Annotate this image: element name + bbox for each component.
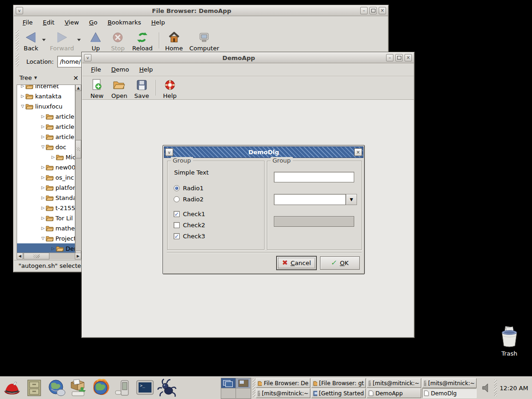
expander-icon[interactable]: ▷ [40,175,46,180]
combo-box[interactable]: ▼ [274,194,357,205]
help-button[interactable]: Help [159,76,181,101]
task-button-file-browser-de[interactable]: File Browser: De [256,378,310,388]
workspace-3[interactable] [221,388,236,398]
menu-file[interactable]: File [87,65,105,74]
tree-item[interactable]: ▷internet [17,85,75,91]
demoapp-titlebar[interactable]: v DemoApp – × [82,53,414,63]
close-icon[interactable]: × [354,148,362,156]
menu-help[interactable]: Help [147,18,169,27]
menu-view[interactable]: View [60,18,83,27]
tree-item[interactable]: ▷article [17,111,75,121]
expander-icon[interactable]: ▷ [40,185,46,190]
web-browser-icon[interactable] [46,378,66,398]
speaker-icon[interactable] [481,382,491,395]
tree-item[interactable]: ▽doc [17,142,75,152]
forward-button[interactable]: Forward [47,29,77,54]
maximize-icon[interactable] [395,54,403,61]
menu-file[interactable]: File [18,18,37,27]
side-pane-selector[interactable]: Tree [19,74,32,81]
cancel-button[interactable]: ✖ Cancel [277,256,316,270]
expander-icon[interactable]: ▽ [40,145,46,149]
expander-icon[interactable]: ▷ [40,206,46,210]
workspace-1[interactable] [221,378,236,388]
tree-item[interactable]: ▷platfor [17,182,75,193]
tree-item[interactable]: ▽Projects [17,233,75,243]
task-button-demoapp[interactable]: DemoApp [367,388,421,398]
workspace-2[interactable] [236,378,250,388]
handheld-icon[interactable] [113,378,133,398]
tree-item[interactable]: ▷Demo [17,243,75,254]
new-button[interactable]: New [86,76,108,101]
task-button--getting-started[interactable]: [Getting Started [311,388,366,398]
up-button[interactable]: Up [85,29,107,54]
radio2[interactable]: Radio2 [174,196,204,203]
expander-icon[interactable]: ▷ [40,195,46,200]
open-button[interactable]: Open [108,76,131,101]
toolbar-handle[interactable] [16,30,19,51]
check1[interactable]: ✓ Check1 [174,211,205,218]
expander-icon[interactable]: ▷ [40,226,46,230]
tree-item[interactable]: ▷new00 [17,162,75,172]
web-fire-icon[interactable] [91,378,111,398]
tree-item[interactable]: ▷article [17,121,75,132]
clock-handle[interactable] [494,380,497,396]
minimize-icon[interactable]: – [360,7,368,14]
file-cabinet-icon[interactable] [24,378,44,398]
tree-item[interactable]: ▷Standa [17,193,75,203]
back-dropdown-icon[interactable] [42,39,46,41]
tree-item[interactable]: ▷os_inc [17,172,75,182]
task-button--file-browser-gt[interactable]: [File Browser: gt [311,378,366,388]
close-icon[interactable]: × [405,54,412,61]
expander-icon[interactable]: ▽ [20,104,25,109]
tree-item[interactable]: ▷Tor Lil [17,213,75,223]
menu-help[interactable]: Help [135,65,157,74]
tree-vscrollbar[interactable]: ▲ ▼ [75,85,81,257]
redhat-menu-icon[interactable] [2,378,22,398]
trash-icon[interactable]: Trash [495,326,524,357]
terminal-icon[interactable]: >_ [135,378,155,398]
window-menu-icon[interactable]: v [84,54,91,61]
combo-entry[interactable] [274,194,346,205]
menu-demo[interactable]: Demo [107,65,133,74]
expander-icon[interactable]: ▽ [40,236,46,241]
task-button--mits-mitnick-[interactable]: [mits@mitnick:~ [422,378,477,388]
tree-item[interactable]: ▷mathe [17,223,75,233]
window-list-handle[interactable] [253,379,255,397]
text-entry[interactable] [274,172,354,182]
ok-button[interactable]: ✓ OK [320,256,360,270]
task-button--mits-mitnick-[interactable]: [mits@mitnick:~ [367,378,421,388]
file-browser-titlebar[interactable]: v File Browser: DemoApp – × [14,6,388,16]
expander-icon[interactable]: ▷ [40,216,46,220]
back-button[interactable]: Back [20,29,42,54]
combo-arrow-icon[interactable]: ▼ [346,194,357,205]
radio1[interactable]: Radio1 [174,185,204,192]
home-button[interactable]: Home [162,29,186,54]
mail-icon[interactable] [68,378,89,398]
check2[interactable]: Check2 [174,222,205,229]
check3[interactable]: ✓ Check3 [174,233,205,240]
tree-item[interactable]: ▷Mic [17,152,75,162]
expander-icon[interactable]: ▷ [50,246,56,251]
task-button--mits-mitnick-[interactable]: [mits@mitnick:~ [256,388,310,398]
window-menu-icon[interactable]: v [165,148,173,156]
tree-item[interactable]: ▽linuxfocu [17,101,75,111]
reload-button[interactable]: Reload [129,29,156,54]
tree-item[interactable]: ▷t-2155 [17,203,75,213]
menu-go[interactable]: Go [85,18,102,27]
spider-icon[interactable] [157,378,177,398]
location-handle[interactable] [16,54,19,66]
expander-icon[interactable]: ▷ [20,94,25,98]
tree-hscrollbar[interactable]: ◀ ▶ [17,253,81,260]
expander-icon[interactable]: ▷ [20,85,25,88]
stop-button[interactable]: Stop [107,29,129,54]
save-button[interactable]: Save [131,76,153,101]
demodlg-titlebar[interactable]: v DemoDlg × [164,146,363,158]
expander-icon[interactable]: ▷ [50,155,56,159]
side-pane-close-icon[interactable]: ✕ [73,74,79,82]
expander-icon[interactable]: ▷ [40,114,46,119]
expander-icon[interactable]: ▷ [40,124,46,129]
menu-edit[interactable]: Edit [39,18,59,27]
menu-bookmarks[interactable]: Bookmarks [103,18,145,27]
maximize-icon[interactable] [369,7,377,14]
task-button-demodlg[interactable]: DemoDlg [422,388,477,398]
